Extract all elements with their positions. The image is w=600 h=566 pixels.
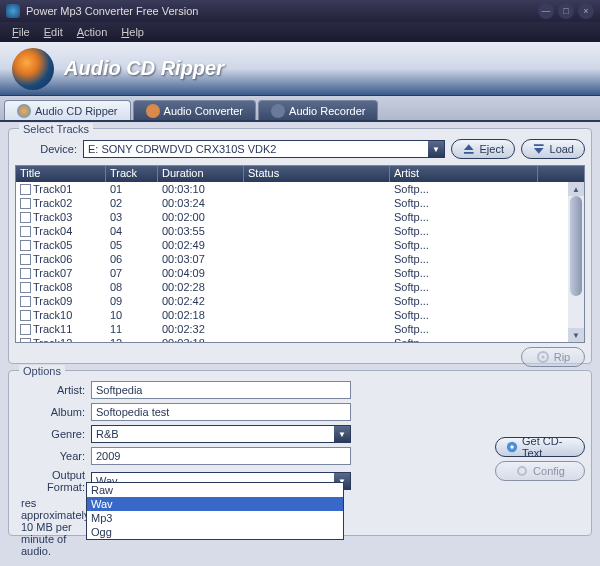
table-row[interactable]: Track070700:04:09Softp... <box>16 266 584 280</box>
scroll-down-icon[interactable]: ▼ <box>568 328 584 342</box>
config-button: Config <box>495 461 585 481</box>
close-button[interactable]: × <box>578 3 594 19</box>
menu-file[interactable]: FFileile <box>6 24 36 40</box>
artist-input[interactable] <box>91 381 351 399</box>
track-checkbox[interactable] <box>20 310 31 321</box>
column-artist[interactable]: Artist <box>390 166 538 182</box>
tab-audio-recorder[interactable]: Audio Recorder <box>258 100 378 120</box>
menubar: FFileile EditEdit ActionAction HelpHelp <box>0 22 600 42</box>
table-row[interactable]: Track101000:02:18Softp... <box>16 308 584 322</box>
maximize-button[interactable]: □ <box>558 3 574 19</box>
genre-combo[interactable]: R&B ▼ <box>91 425 351 443</box>
app-logo-icon <box>12 48 54 90</box>
menu-action[interactable]: ActionAction <box>71 24 114 40</box>
svg-point-3 <box>510 445 513 448</box>
track-checkbox[interactable] <box>20 324 31 335</box>
track-checkbox[interactable] <box>20 282 31 293</box>
column-duration[interactable]: Duration <box>158 166 244 182</box>
panel-title: Select Tracks <box>19 123 93 135</box>
format-label: Output Format: <box>15 469 85 493</box>
track-checkbox[interactable] <box>20 184 31 195</box>
tab-label: Audio Recorder <box>289 105 365 117</box>
svg-point-4 <box>518 467 526 475</box>
rip-icon <box>536 350 550 364</box>
genre-label: Genre: <box>15 428 85 440</box>
track-checkbox[interactable] <box>20 240 31 251</box>
track-checkbox[interactable] <box>20 296 31 307</box>
get-cdtext-label: Get CD-Text <box>522 435 574 459</box>
svg-point-1 <box>541 356 544 359</box>
rip-label: Rip <box>554 351 571 363</box>
dropdown-item[interactable]: Ogg <box>87 525 343 539</box>
scrollbar-thumb[interactable] <box>570 196 582 296</box>
album-input[interactable] <box>91 403 351 421</box>
track-checkbox[interactable] <box>20 268 31 279</box>
dropdown-item[interactable]: Wav <box>87 497 343 511</box>
titlebar: Power Mp3 Converter Free Version — □ × <box>0 0 600 22</box>
load-icon <box>532 142 546 156</box>
table-row[interactable]: Track050500:02:49Softp... <box>16 238 584 252</box>
device-combo[interactable]: E: SONY CDRWDVD CRX310S VDK2 ▼ <box>83 140 445 158</box>
app-icon <box>6 4 20 18</box>
table-row[interactable]: Track111100:02:32Softp... <box>16 322 584 336</box>
load-label: Load <box>550 143 574 155</box>
album-label: Album: <box>15 406 85 418</box>
converter-icon <box>146 104 160 118</box>
scroll-up-icon[interactable]: ▲ <box>568 182 584 196</box>
tab-audio-cd-ripper[interactable]: Audio CD Ripper <box>4 100 131 120</box>
table-header: Title Track Duration Status Artist <box>16 166 584 182</box>
year-input[interactable] <box>91 447 351 465</box>
options-panel: Options Artist: Album: Genre: R&B ▼ Get … <box>8 370 592 536</box>
rip-button: Rip <box>521 347 585 367</box>
scrollbar[interactable]: ▲ ▼ <box>568 182 584 342</box>
gear-icon <box>515 464 529 478</box>
year-label: Year: <box>15 450 85 462</box>
column-status[interactable]: Status <box>244 166 390 182</box>
device-label: Device: <box>15 143 77 155</box>
dropdown-item[interactable]: Mp3 <box>87 511 343 525</box>
menu-edit[interactable]: EditEdit <box>38 24 69 40</box>
recorder-icon <box>271 104 285 118</box>
genre-value: R&B <box>92 428 334 440</box>
tab-audio-converter[interactable]: Audio Converter <box>133 100 257 120</box>
table-row[interactable]: Track030300:02:00Softp... <box>16 210 584 224</box>
device-value: E: SONY CDRWDVD CRX310S VDK2 <box>84 143 428 155</box>
table-row[interactable]: Track040400:03:55Softp... <box>16 224 584 238</box>
window-title: Power Mp3 Converter Free Version <box>26 5 538 17</box>
tracks-table: Title Track Duration Status Artist Track… <box>15 165 585 343</box>
toolbar-title: Audio CD Ripper <box>64 57 224 80</box>
table-row[interactable]: Track080800:02:28Softp... <box>16 280 584 294</box>
cd-icon <box>506 440 518 454</box>
table-row[interactable]: Track010100:03:10Softp... <box>16 182 584 196</box>
eject-button[interactable]: Eject <box>451 139 515 159</box>
load-button[interactable]: Load <box>521 139 585 159</box>
eject-label: Eject <box>480 143 504 155</box>
column-title[interactable]: Title <box>16 166 106 182</box>
tab-label: Audio CD Ripper <box>35 105 118 117</box>
config-label: Config <box>533 465 565 477</box>
track-checkbox[interactable] <box>20 254 31 265</box>
table-row[interactable]: Track060600:03:07Softp... <box>16 252 584 266</box>
table-row[interactable]: Track020200:03:24Softp... <box>16 196 584 210</box>
format-dropdown[interactable]: RawWavMp3Ogg <box>86 482 344 540</box>
menu-help[interactable]: HelpHelp <box>115 24 150 40</box>
cd-icon <box>17 104 31 118</box>
column-track[interactable]: Track <box>106 166 158 182</box>
get-cdtext-button[interactable]: Get CD-Text <box>495 437 585 457</box>
table-row[interactable]: Track090900:02:42Softp... <box>16 294 584 308</box>
dropdown-arrow-icon[interactable]: ▼ <box>428 141 444 157</box>
content-area: Select Tracks Device: E: SONY CDRWDVD CR… <box>0 122 600 566</box>
table-row[interactable]: Track121200:03:18Softp... <box>16 336 584 343</box>
eject-icon <box>462 142 476 156</box>
track-checkbox[interactable] <box>20 212 31 223</box>
minimize-button[interactable]: — <box>538 3 554 19</box>
panel-title: Options <box>19 365 65 377</box>
table-body[interactable]: Track010100:03:10Softp...Track020200:03:… <box>16 182 584 343</box>
track-checkbox[interactable] <box>20 226 31 237</box>
track-checkbox[interactable] <box>20 198 31 209</box>
dropdown-item[interactable]: Raw <box>87 483 343 497</box>
track-checkbox[interactable] <box>20 338 31 343</box>
dropdown-arrow-icon[interactable]: ▼ <box>334 426 350 442</box>
tab-label: Audio Converter <box>164 105 244 117</box>
toolbar: Audio CD Ripper <box>0 42 600 96</box>
